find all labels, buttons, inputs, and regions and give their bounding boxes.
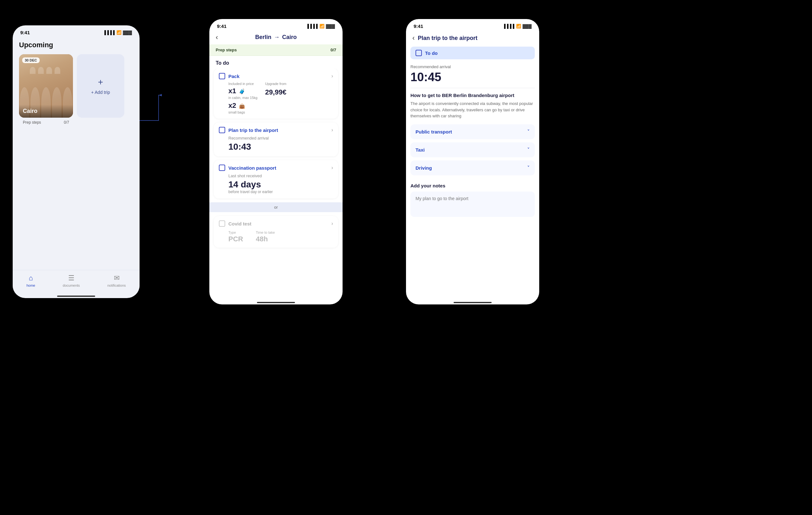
trip-photo[interactable]: 30 DEC Cairo [19, 54, 73, 118]
wifi-icon-2: 📶 [319, 24, 324, 29]
task-card-vax-header: Vaccination passport › [219, 164, 333, 171]
airport-details: Recommended arrival 10:43 [219, 136, 333, 152]
home-icon: ⌂ [29, 274, 33, 282]
covid-time-label: Time to take [256, 231, 275, 234]
todo-section-title: To do [209, 56, 343, 68]
transport-option-driving[interactable]: Driving ˅ [410, 160, 535, 175]
add-trip-card[interactable]: + + Add trip [77, 54, 124, 118]
pack-included: Included in price x1 🧳 in cabin, max 15k… [228, 82, 258, 114]
status-bar-3: 9:41 ▐▐▐▐ 📶 ▓▓▓ [406, 19, 539, 31]
vax-last-shot-label: Last shot received [228, 174, 333, 178]
prep-steps-banner-label: Prep steps [216, 48, 237, 52]
taxi-label: Taxi [415, 147, 425, 153]
or-divider: or [209, 202, 343, 212]
bottom-nav: ⌂ home ☰ documents ✉ notifications [13, 270, 140, 294]
pack-upgrade: Upgrade from 29,99€ [265, 82, 286, 114]
status-bar-2: 9:41 ▐▐▐▐ 📶 ▓▓▓ [209, 19, 343, 31]
luggage-icon: 🧳 [239, 89, 245, 94]
x2-sub: small bags [228, 110, 258, 114]
home-indicator-3 [454, 302, 492, 303]
nav-documents-label: documents [63, 283, 80, 287]
status-icons-3: ▐▐▐▐ 📶 ▓▓▓ [503, 24, 531, 29]
status-icons-2: ▐▐▐▐ 📶 ▓▓▓ [306, 24, 335, 29]
screen1-content: Upcoming [13, 38, 140, 270]
arrow-icon: → [274, 34, 280, 40]
x2-amount: x2 [228, 101, 236, 110]
pack-chevron-icon: › [331, 73, 333, 79]
covid-checkbox[interactable] [219, 220, 225, 227]
wifi-icon-3: 📶 [516, 24, 521, 29]
prep-steps-count: 0/7 [64, 120, 69, 125]
public-transport-chevron-icon: ˅ [527, 129, 530, 135]
trip-card-cairo[interactable]: 30 DEC Cairo Prep steps 0/7 [19, 54, 73, 127]
covid-chevron-icon: › [331, 221, 333, 226]
phone-screen-3: 9:41 ▐▐▐▐ 📶 ▓▓▓ ‹ Plan trip to the airpo… [406, 19, 539, 304]
screen3-scroll[interactable]: Recommended arrival 10:45 How to get to … [406, 63, 539, 300]
nav-home[interactable]: ⌂ home [26, 274, 35, 287]
transport-option-public[interactable]: Public transport ˅ [410, 124, 535, 139]
nav-documents[interactable]: ☰ documents [63, 274, 80, 287]
svg-marker-0 [159, 94, 162, 96]
transport-option-taxi[interactable]: Taxi ˅ [410, 142, 535, 157]
status-icons-1: ▐▐▐▐ 📶 ▓▓▓ [103, 30, 132, 35]
included-label: Included in price [228, 82, 258, 86]
screen3-title: Plan trip to the airport [418, 35, 477, 41]
route-to: Cairo [282, 34, 297, 40]
notes-title: Add your notes [410, 183, 535, 188]
pack-title: Pack [228, 73, 331, 79]
airport-chevron-icon: › [331, 127, 333, 133]
trip-name: Cairo [23, 108, 69, 115]
documents-icon: ☰ [68, 274, 75, 282]
add-trip-plus-icon: + [98, 77, 103, 87]
vax-days-sub: before travel day or earlier [228, 190, 333, 194]
screen3-header: ‹ Plan trip to the airport [406, 31, 539, 47]
small-bag-icon: 👜 [239, 103, 245, 109]
covid-type-col: Type PCR [228, 229, 243, 243]
wifi-icon: 📶 [116, 30, 121, 35]
vax-chevron-icon: › [331, 165, 333, 171]
public-transport-label: Public transport [415, 129, 452, 134]
signal-icon: ▐▐▐▐ [103, 30, 115, 35]
screen2-scroll[interactable]: Pack › Included in price x1 🧳 in cabin, … [209, 68, 343, 300]
notes-input[interactable] [410, 191, 535, 217]
battery-icon: ▓▓▓ [123, 30, 132, 35]
vax-details: Last shot received 14 days before travel… [219, 174, 333, 194]
task-card-covid[interactable]: Covid test › Type PCR Time to take 48h [214, 216, 338, 248]
vax-days: 14 days [228, 180, 333, 190]
driving-label: Driving [415, 165, 432, 171]
airport-checkbox[interactable] [219, 127, 225, 133]
phone-screen-1: 9:41 ▐▐▐▐ 📶 ▓▓▓ Upcoming [13, 25, 140, 298]
pack-checkbox[interactable] [219, 73, 225, 79]
airport-rec-label: Recommended arrival [228, 136, 333, 141]
rec-arr-time: 10:45 [410, 70, 535, 84]
vax-checkbox[interactable] [219, 164, 225, 171]
task-card-airport[interactable]: Plan trip to the airport › Recommended a… [214, 122, 338, 156]
todo-badge-checkbox[interactable] [415, 50, 422, 56]
upgrade-label: Upgrade from [265, 82, 286, 86]
nav-home-label: home [26, 283, 35, 287]
time-1: 9:41 [20, 30, 30, 35]
phone-screen-2: 9:41 ▐▐▐▐ 📶 ▓▓▓ ‹ Berlin → Cairo Prep st… [209, 19, 343, 304]
battery-icon-2: ▓▓▓ [326, 24, 335, 29]
notifications-icon: ✉ [114, 274, 120, 282]
vax-title: Vaccination passport [228, 165, 331, 171]
rec-arr-label: Recommended arrival [410, 64, 535, 69]
taxi-chevron-icon: ˅ [527, 147, 530, 153]
covid-title: Covid test [228, 221, 331, 226]
how-to-desc: The airport is conveniently connected vi… [410, 100, 535, 119]
task-card-pack[interactable]: Pack › Included in price x1 🧳 in cabin, … [214, 68, 338, 119]
trip-cards: 30 DEC Cairo Prep steps 0/7 + + Add trip [19, 54, 133, 127]
prep-steps-label: Prep steps [23, 120, 41, 125]
airport-title: Plan trip to the airport [228, 127, 331, 133]
route-from: Berlin [255, 34, 271, 40]
nav-notifications[interactable]: ✉ notifications [107, 274, 125, 287]
back-button-2[interactable]: ‹ [216, 33, 218, 41]
task-card-airport-header: Plan trip to the airport › [219, 127, 333, 133]
back-button-3[interactable]: ‹ [412, 34, 414, 42]
status-bar-1: 9:41 ▐▐▐▐ 📶 ▓▓▓ [13, 25, 140, 38]
home-indicator [57, 296, 95, 297]
or-label: or [274, 205, 278, 210]
task-card-vaccination[interactable]: Vaccination passport › Last shot receive… [214, 160, 338, 199]
todo-badge[interactable]: To do [410, 47, 535, 59]
upcoming-title: Upcoming [19, 41, 133, 49]
